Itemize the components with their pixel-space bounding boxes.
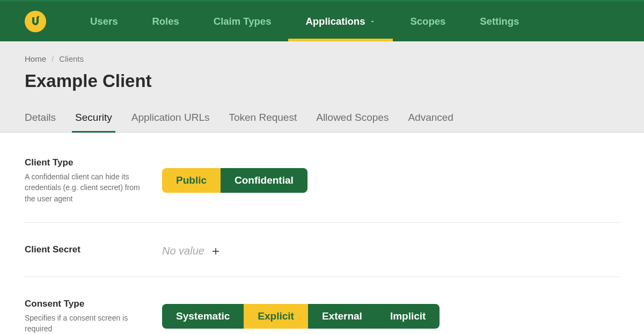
nav-item-roles[interactable]: Roles	[135, 2, 196, 41]
tab-security[interactable]: Security	[75, 107, 112, 132]
tab-details[interactable]: Details	[25, 107, 56, 132]
field-help-consent-type: Specifies if a consent screen is require…	[25, 313, 149, 334]
consent-type-option-explicit[interactable]: Explicit	[244, 304, 308, 329]
tab-application-urls[interactable]: Application URLs	[131, 107, 210, 132]
page-title: Example Client	[25, 71, 619, 91]
field-consent-type: Consent Type Specifies if a consent scre…	[25, 295, 619, 334]
top-nav: UsersRolesClaim TypesApplicationsScopesS…	[0, 2, 644, 41]
breadcrumb: Home/Clients	[25, 54, 619, 63]
client-type-segmented: PublicConfidential	[162, 168, 308, 193]
breadcrumb-separator: /	[52, 54, 54, 63]
app-logo[interactable]	[25, 11, 46, 32]
client-type-option-public[interactable]: Public	[162, 168, 221, 193]
breadcrumb-item-clients: Clients	[59, 54, 84, 63]
nav-item-label: Roles	[152, 16, 179, 27]
tab-allowed-scopes[interactable]: Allowed Scopes	[316, 107, 389, 132]
nav-item-settings[interactable]: Settings	[463, 2, 536, 41]
nav-item-label: Claim Types	[214, 16, 272, 27]
nav-item-applications[interactable]: Applications	[288, 2, 393, 41]
consent-type-segmented: SystematicExplicitExternalImplicit	[162, 304, 440, 329]
tab-advanced[interactable]: Advanced	[408, 107, 453, 132]
field-client-secret: Client Secret No value	[25, 241, 619, 277]
nav-item-scopes[interactable]: Scopes	[393, 2, 463, 41]
field-title-client-secret: Client Secret	[25, 244, 149, 255]
field-title-client-type: Client Type	[25, 157, 149, 168]
nav-item-label: Settings	[480, 16, 519, 27]
breadcrumb-item-home[interactable]: Home	[25, 54, 46, 63]
tab-token-request[interactable]: Token Request	[229, 107, 297, 132]
nav-item-users[interactable]: Users	[73, 2, 135, 41]
nav-item-claim-types[interactable]: Claim Types	[196, 2, 289, 41]
field-help-client-type: A confidential client can hide its crede…	[25, 171, 149, 204]
client-secret-empty-value: No value	[162, 245, 204, 257]
consent-type-option-implicit[interactable]: Implicit	[376, 304, 440, 329]
consent-type-option-systematic[interactable]: Systematic	[162, 304, 244, 329]
field-title-consent-type: Consent Type	[25, 299, 149, 309]
nav-item-label: Scopes	[410, 16, 445, 27]
logo-icon	[29, 15, 42, 28]
consent-type-option-external[interactable]: External	[308, 304, 376, 329]
nav-item-label: Users	[90, 16, 118, 27]
add-client-secret-button[interactable]	[210, 245, 222, 257]
nav-item-label: Applications	[305, 16, 365, 27]
plus-icon	[211, 246, 221, 256]
chevron-down-icon	[369, 18, 376, 25]
field-client-type: Client Type A confidential client can hi…	[25, 154, 619, 223]
client-type-option-confidential[interactable]: Confidential	[221, 168, 308, 193]
svg-point-0	[37, 16, 39, 18]
